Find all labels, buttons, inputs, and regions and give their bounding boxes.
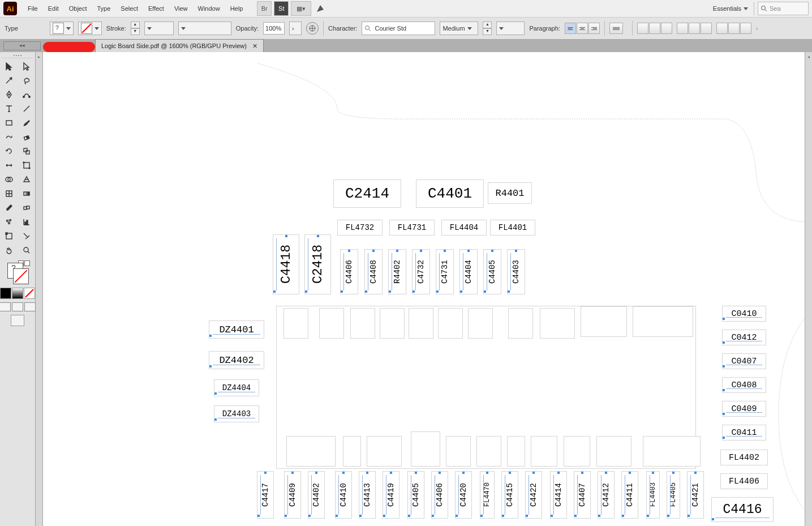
selection-anchor[interactable]	[532, 472, 535, 474]
selection-anchor[interactable]	[342, 472, 345, 474]
component-label[interactable]: C0410	[722, 306, 766, 322]
footprint-box[interactable]	[438, 308, 463, 339]
component-label[interactable]: C4406	[340, 249, 358, 294]
selection-anchor[interactable]	[214, 392, 217, 395]
recolor-icon[interactable]	[306, 22, 319, 35]
workspace-switcher[interactable]: Essentials	[713, 5, 748, 12]
footprint-box[interactable]	[507, 436, 525, 467]
selection-anchor[interactable]	[462, 472, 465, 474]
tools-grip[interactable]	[2, 53, 33, 58]
close-icon[interactable]: ✕	[252, 42, 257, 50]
direct-select-tool[interactable]	[18, 59, 35, 73]
selection-anchor[interactable]	[390, 472, 392, 474]
footprint-box[interactable]	[633, 306, 693, 337]
component-label[interactable]: C4407	[574, 471, 591, 519]
selection-anchor[interactable]	[383, 515, 385, 517]
selection-anchor[interactable]	[396, 250, 398, 252]
component-label[interactable]: FL4731	[389, 220, 435, 236]
component-label[interactable]: C4401	[416, 179, 484, 208]
component-label[interactable]: C4731	[436, 249, 454, 294]
component-label[interactable]: FL4402	[720, 450, 768, 465]
align-obj-2[interactable]	[649, 23, 660, 34]
gradient-tool[interactable]	[18, 187, 35, 200]
component-label[interactable]: FL4403	[646, 471, 660, 519]
selection-anchor[interactable]	[439, 472, 441, 474]
footprint-box[interactable]	[286, 436, 336, 467]
selection-anchor[interactable]	[694, 472, 697, 474]
selection-anchor[interactable]	[308, 515, 311, 517]
selection-anchor[interactable]	[444, 250, 446, 252]
stroke-weight[interactable]	[144, 22, 174, 35]
component-label[interactable]: C4412	[598, 471, 615, 519]
right-panel-handle-left[interactable]: ▸	[36, 52, 43, 526]
selection-anchor[interactable]	[508, 290, 510, 293]
selection-anchor[interactable]	[647, 515, 649, 517]
shape-builder-tool[interactable]	[1, 173, 18, 186]
component-label[interactable]: C4732	[412, 249, 430, 294]
footprint-box[interactable]	[596, 436, 631, 467]
gpu-icon[interactable]	[313, 2, 327, 15]
shaper-tool[interactable]	[1, 130, 18, 144]
align-obj-4[interactable]	[677, 23, 688, 34]
footprint-box[interactable]	[380, 308, 405, 339]
align-obj-9[interactable]	[740, 23, 751, 34]
hand-tool[interactable]	[1, 243, 18, 257]
selection-anchor[interactable]	[285, 235, 287, 237]
magic-wand-tool[interactable]	[1, 74, 18, 87]
align-obj-8[interactable]	[728, 23, 740, 34]
component-label[interactable]: C4422	[525, 471, 542, 519]
component-label[interactable]: C4403	[507, 249, 525, 294]
component-label[interactable]: C0411	[722, 425, 766, 441]
footprint-box[interactable]	[468, 308, 493, 339]
component-label[interactable]: FL4401	[490, 220, 535, 236]
selection-anchor[interactable]	[420, 250, 422, 252]
component-label[interactable]: C4405	[483, 249, 501, 294]
document-tab[interactable]: Logic Board Side.pdf @ 1600% (RGB/GPU Pr…	[95, 39, 264, 52]
footprint-box[interactable]	[531, 436, 557, 467]
selection-anchor[interactable]	[502, 515, 504, 517]
selection-anchor[interactable]	[480, 515, 483, 517]
component-label[interactable]: DZ4401	[209, 320, 264, 339]
footprint-box[interactable]	[564, 436, 590, 467]
selection-anchor[interactable]	[415, 472, 417, 474]
menu-window[interactable]: Window	[193, 0, 225, 17]
component-label[interactable]: C4409	[284, 471, 301, 519]
component-label[interactable]: C4408	[364, 249, 383, 294]
selection-anchor[interactable]	[605, 472, 607, 474]
component-label[interactable]: C4419	[383, 471, 399, 519]
selection-anchor[interactable]	[574, 515, 577, 517]
menu-help[interactable]: Help	[225, 0, 248, 17]
paintbrush-tool[interactable]	[18, 116, 35, 130]
component-label[interactable]: C0408	[722, 377, 766, 393]
selection-anchor[interactable]	[551, 515, 553, 517]
selection-anchor[interactable]	[432, 515, 434, 517]
selection-anchor[interactable]	[509, 472, 511, 474]
selection-anchor[interactable]	[264, 472, 267, 474]
mesh-tool[interactable]	[1, 187, 18, 200]
fill-none-button[interactable]	[24, 288, 35, 299]
menu-file[interactable]: File	[23, 0, 43, 17]
component-label[interactable]: DZ4403	[214, 405, 259, 422]
component-label[interactable]: C0407	[722, 353, 766, 369]
component-label[interactable]: FL4404	[441, 220, 487, 236]
selection-anchor[interactable]	[491, 250, 493, 252]
bullets-button[interactable]	[609, 23, 623, 34]
footprint-box[interactable]	[283, 308, 308, 339]
rotate-tool[interactable]	[1, 144, 18, 158]
selection-anchor[interactable]	[667, 515, 669, 517]
component-label[interactable]: C4410	[335, 471, 352, 519]
selection-anchor[interactable]	[372, 250, 375, 252]
fill-swatch[interactable]: ?	[50, 22, 74, 35]
selection-anchor[interactable]	[467, 250, 470, 252]
stroke-swatch[interactable]	[78, 22, 102, 35]
selection-anchor[interactable]	[336, 515, 338, 517]
selection-anchor[interactable]	[273, 290, 276, 293]
align-right-button[interactable]	[588, 23, 600, 34]
selection-anchor[interactable]	[688, 515, 690, 517]
component-label[interactable]: C0412	[722, 330, 766, 345]
curvature-tool[interactable]	[18, 88, 35, 101]
component-label[interactable]: R4402	[388, 249, 406, 294]
font-family-field[interactable]: Courier Std	[362, 22, 435, 35]
type-tool[interactable]	[1, 102, 18, 116]
footprint-box[interactable]	[476, 436, 501, 467]
